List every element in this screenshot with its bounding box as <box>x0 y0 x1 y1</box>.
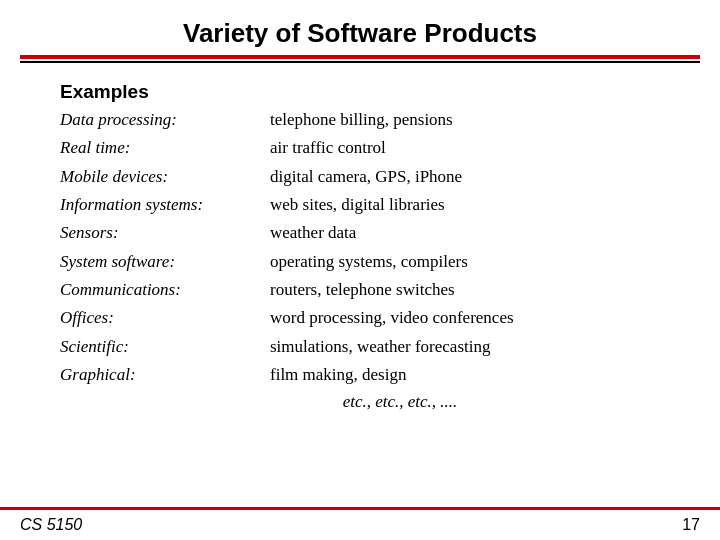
content-area: Examples Data processing:telephone billi… <box>0 63 720 507</box>
table-row-right-3: web sites, digital libraries <box>270 192 660 218</box>
table-row-right-4: weather data <box>270 220 660 246</box>
table-row-right-5: operating systems, compilers <box>270 249 660 275</box>
table-row-left-8: Scientific: <box>60 334 270 360</box>
table-row-right-1: air traffic control <box>270 135 660 161</box>
etc-row: etc., etc., etc., .... <box>60 392 660 412</box>
slide: Variety of Software Products Examples Da… <box>0 0 720 540</box>
table-row-left-0: Data processing: <box>60 107 270 133</box>
table-row-left-5: System software: <box>60 249 270 275</box>
title-area: Variety of Software Products <box>0 0 720 49</box>
examples-heading: Examples <box>60 81 660 103</box>
slide-title: Variety of Software Products <box>20 18 700 49</box>
table-row-right-7: word processing, video conferences <box>270 305 660 331</box>
footer-course: CS 5150 <box>20 516 82 534</box>
table-row-left-2: Mobile devices: <box>60 164 270 190</box>
table-row-right-6: routers, telephone switches <box>270 277 660 303</box>
footer-page: 17 <box>682 516 700 534</box>
table-row-left-6: Communications: <box>60 277 270 303</box>
title-underline-red <box>20 55 700 59</box>
table-row-left-1: Real time: <box>60 135 270 161</box>
footer-area: CS 5150 17 <box>0 507 720 540</box>
table-row-left-7: Offices: <box>60 305 270 331</box>
examples-table: Data processing:telephone billing, pensi… <box>60 107 660 388</box>
table-row-left-4: Sensors: <box>60 220 270 246</box>
table-row-right-0: telephone billing, pensions <box>270 107 660 133</box>
table-row-left-3: Information systems: <box>60 192 270 218</box>
table-row-left-9: Graphical: <box>60 362 270 388</box>
table-row-right-2: digital camera, GPS, iPhone <box>270 164 660 190</box>
table-row-right-8: simulations, weather forecasting <box>270 334 660 360</box>
table-row-right-9: film making, design <box>270 362 660 388</box>
